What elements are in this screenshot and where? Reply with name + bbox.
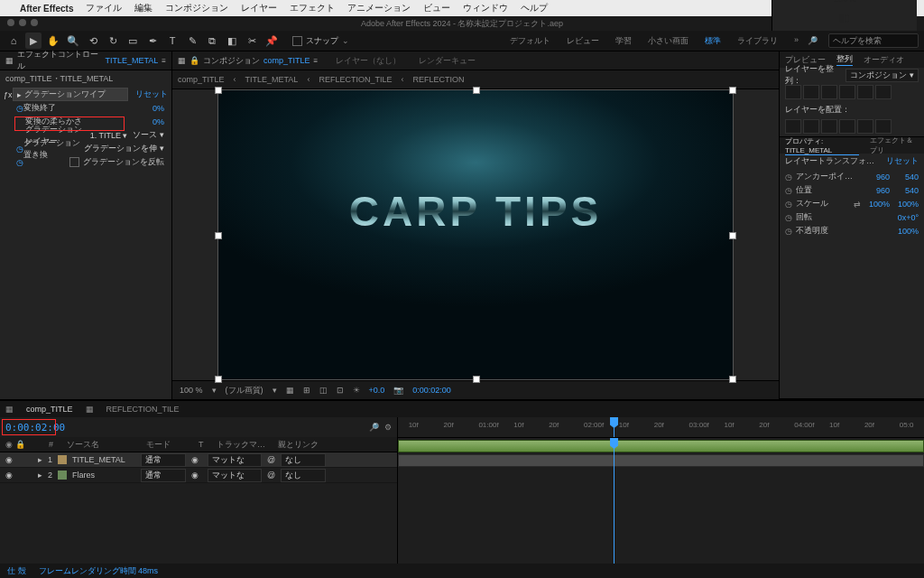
anchor-y[interactable]: 540: [890, 172, 919, 182]
view-icon-3[interactable]: ◫: [319, 386, 328, 395]
scale-x[interactable]: 100%: [861, 200, 890, 209]
comp-panel-active[interactable]: comp_TITLE: [263, 56, 310, 65]
eraser-tool-icon[interactable]: ◧: [224, 33, 240, 49]
viewer-time[interactable]: 0:00:02:00: [412, 386, 451, 395]
zoom-dropdown[interactable]: 100 %: [180, 386, 203, 395]
handle-tl[interactable]: [215, 87, 222, 94]
tab-properties[interactable]: プロパティ: TITLE_METAL: [785, 136, 859, 155]
search-icon[interactable]: 🔎: [808, 36, 818, 45]
dist-6-icon[interactable]: [875, 119, 892, 134]
prop-value-2b[interactable]: ソース ▾: [133, 129, 164, 141]
tl-tab-0[interactable]: comp_TITLE: [26, 405, 73, 414]
menu-help[interactable]: ヘルプ: [521, 2, 548, 14]
sw-opacity[interactable]: ◷: [785, 227, 796, 236]
tl-opt-icon[interactable]: ⚙: [384, 423, 392, 432]
track-area[interactable]: [398, 438, 924, 564]
snap-checkbox[interactable]: [292, 36, 302, 46]
sw-anchor[interactable]: ◷: [785, 172, 796, 182]
effect-name[interactable]: ▸グラデーションワイプ: [13, 88, 128, 101]
crumb-2[interactable]: REFLECTION_TILE: [319, 75, 392, 84]
ws-review[interactable]: レビュー: [567, 35, 599, 47]
menu-composition[interactable]: コンポジション: [165, 2, 228, 14]
layer-2-bar[interactable]: [398, 454, 924, 467]
invert-checkbox[interactable]: [69, 157, 79, 167]
crumb-0[interactable]: comp_TITLE: [178, 75, 225, 84]
text-tool-icon[interactable]: T: [164, 33, 180, 49]
prop-value-2[interactable]: 1. TITLE ▾: [90, 131, 128, 140]
prop-value-3[interactable]: グラデーションを伸 ▾: [84, 143, 164, 154]
handle-mr[interactable]: [729, 232, 736, 239]
snap-chevron-icon[interactable]: ⌄: [342, 36, 349, 45]
align-bottom-icon[interactable]: [875, 85, 892, 99]
view-icon-1[interactable]: ▦: [286, 386, 294, 395]
sw-rotation[interactable]: ◷: [785, 213, 796, 222]
rotation-v[interactable]: 0x+0°: [875, 213, 919, 222]
stopwatch-icon[interactable]: ◷: [16, 104, 23, 113]
crumb-1[interactable]: TITLE_METAL: [245, 75, 299, 84]
roto-tool-icon[interactable]: ✂: [244, 33, 260, 49]
composition-viewer[interactable]: CARP TIPS: [172, 89, 779, 380]
tab-menu-icon[interactable]: ≡: [314, 57, 319, 65]
brush-tool-icon[interactable]: ✎: [184, 33, 200, 49]
help-search-input[interactable]: ヘルプを検索: [828, 33, 919, 48]
tab-effects-presets[interactable]: エフェクト＆プリ: [870, 135, 919, 155]
layer-tab[interactable]: レイヤー（なし）: [336, 55, 401, 67]
pos-y[interactable]: 540: [890, 186, 919, 195]
dist-2-icon[interactable]: [803, 119, 819, 134]
stopwatch-icon-3[interactable]: ◷: [16, 158, 23, 167]
layer-1-parent[interactable]: なし: [281, 453, 326, 467]
menu-window[interactable]: ウィンドウ: [463, 2, 508, 14]
dist-5-icon[interactable]: [857, 119, 873, 134]
exposure-value[interactable]: +0.0: [369, 386, 385, 395]
transform-reset[interactable]: リセット: [886, 155, 919, 167]
handle-bl[interactable]: [215, 376, 222, 383]
view-icon-4[interactable]: ⊡: [337, 386, 344, 395]
opacity-v[interactable]: 100%: [890, 227, 919, 236]
layer-2-track[interactable]: マットな: [208, 469, 262, 482]
ws-learn[interactable]: 学習: [615, 35, 632, 47]
app-name[interactable]: After Effects: [20, 4, 73, 14]
anchor-x[interactable]: 960: [861, 172, 890, 182]
tl-tab-1[interactable]: REFLECTION_TILE: [106, 405, 180, 414]
panel-menu-icon[interactable]: ≡: [162, 57, 166, 65]
layer-row-2[interactable]: ◉▸2 Flares 通常 ◉ マットな @ なし: [0, 468, 397, 483]
prop-value-1[interactable]: 0%: [128, 117, 164, 126]
tl-search-icon[interactable]: 🔎: [369, 423, 379, 432]
link-icon[interactable]: ⇄: [854, 200, 861, 209]
align-vcenter-icon[interactable]: [857, 85, 873, 99]
effect-reset-link[interactable]: リセット: [135, 89, 168, 100]
camera-tool-icon[interactable]: ▭: [125, 33, 141, 49]
layer-1-mode[interactable]: 通常: [141, 453, 186, 467]
time-ruler[interactable]: 10f20f01:00f10f20f02:00f10f20f03:00f10f2…: [398, 417, 924, 438]
playhead-head-icon[interactable]: [610, 417, 618, 428]
layer-1-color[interactable]: [58, 455, 67, 464]
fx-toggle-icon[interactable]: ƒx: [4, 90, 13, 99]
selection-tool-icon[interactable]: ▶: [25, 33, 42, 49]
playhead[interactable]: [614, 438, 614, 564]
exposure-icon[interactable]: ☀: [353, 386, 360, 395]
pen-tool-icon[interactable]: ✒: [144, 33, 161, 49]
effects-panel-layer[interactable]: TITLE_METAL: [105, 56, 158, 65]
handle-ml[interactable]: [215, 232, 222, 239]
window-controls[interactable]: [7, 19, 38, 26]
align-top-icon[interactable]: [839, 85, 855, 99]
comp-canvas[interactable]: CARP TIPS: [217, 89, 734, 380]
pos-x[interactable]: 960: [861, 186, 890, 195]
layer-2-color[interactable]: [58, 471, 67, 480]
playhead[interactable]: [614, 417, 614, 437]
handle-tr[interactable]: [729, 87, 736, 94]
menu-animation[interactable]: アニメーション: [347, 2, 411, 14]
camera-icon[interactable]: 📷: [393, 386, 403, 395]
effects-panel-tab[interactable]: ▦ エフェクトコントロール TITLE_METAL ≡: [0, 51, 171, 70]
puppet-tool-icon[interactable]: 📌: [263, 33, 280, 49]
hand-tool-icon[interactable]: ✋: [45, 33, 61, 49]
sw-scale[interactable]: ◷: [785, 200, 796, 209]
layer-2-name[interactable]: Flares: [72, 471, 135, 480]
layer-2-parent[interactable]: なし: [281, 469, 326, 482]
sw-position[interactable]: ◷: [785, 186, 796, 195]
align-target-dropdown[interactable]: コンポジション ▾: [845, 69, 919, 82]
handle-bc[interactable]: [473, 376, 480, 383]
dist-4-icon[interactable]: [839, 119, 855, 134]
pickwhip-icon-2[interactable]: @: [267, 471, 275, 480]
layer-row-1[interactable]: ◉▸1 TITLE_METAL 通常 ◉ マットな @ なし: [0, 452, 397, 468]
